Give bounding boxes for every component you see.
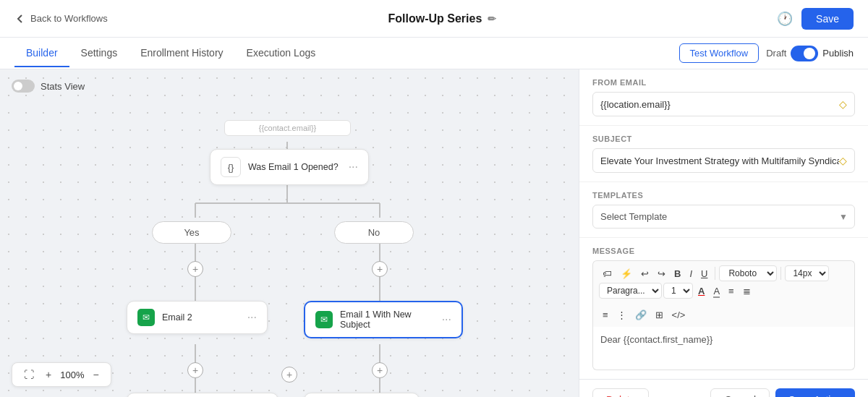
tabs-right: Test Workflow Draft Publish [679,43,854,63]
zoom-label: 100% [60,370,84,380]
link-button[interactable]: 🔗 [631,307,650,323]
templates-label: TEMPLATES [592,191,855,200]
cancel-button[interactable]: Cancel [710,388,770,397]
add-after-no-button[interactable]: + [372,261,388,277]
from-email-section: FROM EMAIL {{location.email}} ◇ [579,69,868,126]
email1-new-subject-node[interactable]: ✉ Email 1 With New Subject ··· [304,301,463,338]
from-email-label: FROM EMAIL [592,78,855,87]
add-after-email1-button[interactable]: + [372,362,388,378]
canvas-background [0,69,579,397]
was-email-opened-node[interactable]: {} Was Email 1 Opened? ··· [210,149,369,185]
wait1-node[interactable]: ⏱ Wait 1 D [304,393,420,397]
subject-input-wrap: Elevate Your Investment Strategy with Mu… [592,148,855,173]
line-height-select[interactable]: 1 [663,283,693,299]
draft-label: Draft [766,48,786,59]
edit-title-icon[interactable]: ✏ [488,13,496,25]
tabs-bar: Builder Settings Enrollment History Exec… [0,38,868,69]
wait-email2-node[interactable]: ⏱ Wait until Email 2 opened (or ... 1 Da… [127,393,278,397]
header: Back to Workflows Follow-Up Series ✏ 🕐 S… [0,0,868,38]
lightning-button[interactable]: ⚡ [617,266,636,281]
history-icon[interactable]: 🕐 [777,11,793,27]
tabs-left: Builder Settings Enrollment History Exec… [14,40,679,67]
font-size-select[interactable]: 14px [785,265,829,281]
subject-section: SUBJECT Elevate Your Investment Strategy… [579,126,868,182]
diamond-icon-from: ◇ [839,98,847,110]
message-label: MESSAGE [592,247,855,255]
tab-execution-logs[interactable]: Execution Logs [235,40,328,67]
curly-braces-icon: {} [221,157,241,177]
zoom-in-button[interactable]: + [43,367,54,382]
templates-select[interactable]: Select Template [592,205,855,229]
draft-publish-toggle[interactable] [791,46,818,61]
draft-toggle-wrap: Draft Publish [766,46,854,61]
from-email-input[interactable]: {{location.email}} [600,99,839,110]
diamond-icon-subject: ◇ [839,155,847,166]
save-action-button[interactable]: Save Action [775,388,855,397]
redo-button[interactable]: ↪ [654,266,669,281]
email1-menu-dots[interactable]: ··· [442,313,451,326]
subject-input[interactable]: Elevate Your Investment Strategy with Mu… [600,155,839,166]
list-ul-button[interactable]: ≡ [725,283,738,299]
stats-view-toggle[interactable] [12,80,35,93]
delete-button[interactable]: Delete [592,388,649,397]
underline-button[interactable]: U [697,266,711,281]
editor-toolbar-row2: ≡ ⋮ 🔗 ⊞ </> [592,303,855,327]
main-content: Stats View [0,69,868,397]
editor-content: Dear {{contact.first_name}} [600,334,712,345]
add-bottom-button[interactable]: + [281,367,297,383]
tag-button[interactable]: 🏷 [599,266,616,281]
align-left-button[interactable]: ≡ [599,307,612,323]
test-workflow-button[interactable]: Test Workflow [679,43,760,63]
add-after-email2-button[interactable]: + [187,362,203,378]
back-to-workflows-link[interactable]: Back to Workflows [14,13,108,25]
top-truncated-node: {{contact.email}} [224,120,351,136]
list-ol-button[interactable]: ≣ [739,283,754,299]
workflow-canvas[interactable]: Stats View [0,69,579,397]
was-email-opened-label: Was Email 1 Opened? [248,162,341,172]
editor-toolbar: 🏷 ⚡ ↩ ↪ B I U Roboto 14px Paragra... [592,260,855,303]
from-email-input-wrap: {{location.email}} ◇ [592,92,855,116]
tab-builder[interactable]: Builder [14,40,69,67]
stats-view-label: Stats View [41,81,85,92]
email2-menu-dots[interactable]: ··· [247,311,257,324]
yes-decision-node: Yes [152,221,231,244]
message-editor[interactable]: Dear {{contact.first_name}} [592,327,855,370]
email1-new-subject-label: Email 1 With New Subject [340,310,435,330]
subject-label: SUBJECT [592,135,855,143]
message-section: MESSAGE 🏷 ⚡ ↩ ↪ B I U Roboto 14px P [579,238,868,379]
code-button[interactable]: </> [668,307,689,323]
fullscreen-button[interactable]: ⛶ [21,367,37,382]
add-after-yes-button[interactable]: + [187,261,203,277]
tab-enrollment-history[interactable]: Enrollment History [129,40,234,67]
email-2-node[interactable]: ✉ Email 2 ··· [127,301,268,334]
email1-icon-green: ✉ [315,311,333,328]
canvas-controls: ⛶ + 100% − [12,362,111,387]
publish-label: Publish [822,48,854,59]
right-panel: FROM EMAIL {{location.email}} ◇ SUBJECT … [579,69,868,397]
image-button[interactable]: ⊞ [652,307,667,323]
paragraph-select[interactable]: Paragra... [599,283,662,299]
tab-settings[interactable]: Settings [69,40,129,67]
undo-button[interactable]: ↩ [637,266,652,281]
node-menu-dots[interactable]: ··· [349,161,358,174]
italic-button[interactable]: I [686,266,696,281]
zoom-out-button[interactable]: − [90,367,101,382]
email-icon-green: ✉ [137,309,155,326]
bold-button[interactable]: B [671,266,684,281]
panel-bottom-actions: Delete Cancel Save Action [579,379,868,397]
templates-section: TEMPLATES Select Template ▼ [579,182,868,238]
templates-select-wrap: Select Template ▼ [592,205,855,229]
save-button[interactable]: Save [801,8,854,30]
header-title: Follow-Up Series ✏ [108,12,777,25]
stats-toggle-area: Stats View [12,80,85,93]
back-label: Back to Workflows [30,13,108,24]
no-decision-node: No [334,221,414,244]
header-actions: 🕐 Save [777,8,854,30]
email-2-label: Email 2 [162,312,240,323]
toolbar-divider-2 [780,267,781,280]
more-options-button[interactable]: ⋮ [613,307,630,323]
highlight-button[interactable]: A [710,283,723,299]
font-family-select[interactable]: Roboto [719,265,777,281]
toolbar-divider-1 [715,267,715,280]
font-color-button[interactable]: A [694,283,708,299]
